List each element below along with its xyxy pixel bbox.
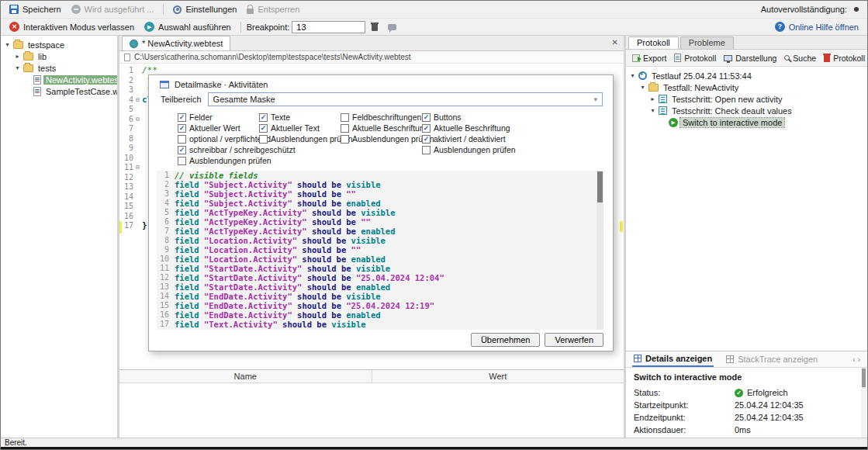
column-header-wert[interactable]: Wert [372, 370, 624, 382]
tab-title: * NewActivity.webtest [142, 39, 223, 48]
tree-item[interactable]: ▾Testlauf 25.04.24 11:53:44 [626, 70, 867, 81]
checkbox-item[interactable]: ✓Texte [259, 112, 341, 122]
checkbox-item[interactable]: Ausblendungen prüfen [178, 156, 259, 165]
tree-item[interactable]: ▾Testschritt: Check deault values [626, 105, 867, 116]
tree-item-label: Testschritt: Check deault values [669, 106, 794, 116]
tree-expander-icon[interactable]: ▸ [14, 53, 21, 60]
tree-expander-icon[interactable]: ▾ [639, 84, 646, 91]
folder-icon [23, 53, 33, 61]
checkbox[interactable]: ✓ [178, 124, 186, 133]
fold-marker-icon[interactable]: ⊟ [133, 163, 142, 173]
panel-nav-arrows[interactable]: ‹› [852, 355, 863, 364]
checkbox-item[interactable]: Ausblendungen prüfen [259, 134, 341, 144]
checkbox[interactable] [178, 135, 186, 144]
window-bottom-edge [1, 447, 867, 449]
tree-item[interactable]: ▸lib [1, 50, 117, 62]
section-select[interactable]: Gesamte Maske ▾ [208, 92, 603, 106]
details-scrollbar[interactable] [861, 368, 866, 438]
lock-icon [247, 9, 254, 14]
tree-item[interactable]: ▶Switch to interactive mode [626, 116, 867, 128]
checkbox[interactable]: ✓ [422, 135, 431, 144]
code-editor[interactable]: 1/**2 *3 *4⊟cl56⊟7891011⊟121314151617} D… [119, 64, 624, 369]
tree-item[interactable]: SampleTestCase.webtest [1, 85, 117, 97]
log-toolbar-clear-button[interactable]: Protokoll leeren [821, 52, 868, 64]
checkbox-item[interactable]: optional / verpflichtend [178, 134, 259, 144]
checkbox[interactable] [341, 113, 349, 122]
tab-protokoll[interactable]: Protokoll [628, 36, 679, 49]
tree-item[interactable]: ▾Testfall: NewActivity [626, 81, 867, 93]
online-help-button[interactable]: ? Online Hilfe öffnen [771, 20, 863, 33]
tree-item[interactable]: ▾tests [1, 62, 117, 74]
play-icon: ▶ [669, 118, 678, 127]
column-header-name[interactable]: Name [119, 370, 372, 382]
checkbox[interactable] [259, 135, 268, 144]
checkbox-item[interactable]: ✓schreibbar / schreibgeschützt [178, 145, 259, 154]
checkbox-item[interactable]: ✓Aktuelle Beschriftung [422, 123, 607, 133]
fold-marker-icon[interactable]: ⊟ [133, 115, 142, 125]
tree-item[interactable]: NewActivity.webtest [1, 74, 117, 85]
log-toolbar-view-button[interactable]: Darstellung [721, 52, 780, 64]
checkbox[interactable] [341, 124, 349, 133]
close-icon[interactable]: ✕ [612, 38, 618, 47]
checkbox-item[interactable]: ✓Buttons [422, 112, 607, 122]
tree-expander-icon[interactable]: ▸ [649, 95, 656, 102]
preview-line: 7field "ActTypeKey.Activity" should be e… [157, 227, 603, 236]
detail-value: 25.04.24 12:04:35 [735, 413, 804, 422]
delete-breakpoint-button[interactable] [368, 21, 382, 33]
preview-scrollbar[interactable] [597, 171, 603, 330]
checkbox-item[interactable]: Feldbeschriftungen [341, 112, 422, 122]
checkbox[interactable] [341, 135, 349, 144]
run-selection-button[interactable]: ▶ Auswahl ausführen [140, 20, 235, 33]
checkbox[interactable] [422, 146, 431, 154]
tree-item[interactable]: ▾testspace [1, 39, 117, 50]
tab-stacktrace[interactable]: StackTrace anzeigen [724, 351, 819, 367]
log-toolbar-label: Darstellung [735, 54, 776, 63]
preview-code-text: field "Subject.Activity" should be "" [175, 189, 356, 199]
breakpoint-input[interactable] [292, 21, 365, 33]
help-icon: ? [775, 22, 785, 32]
next-icon[interactable]: › [858, 355, 863, 364]
autocomplete-toggle[interactable]: Autovervollständigung: [757, 3, 863, 16]
tab-details[interactable]: Details anzeigen [632, 351, 714, 367]
settings-button[interactable]: Einstellungen [169, 3, 240, 16]
checkbox[interactable]: ✓ [178, 113, 186, 122]
preview-scrollbar-thumb[interactable] [597, 171, 603, 202]
checkbox-item[interactable]: ✓aktiviert / deaktiviert [422, 134, 607, 144]
checkbox[interactable]: ✓ [259, 124, 268, 133]
checkbox-item[interactable]: Ausblendungen prüfen [341, 134, 422, 144]
tab-probleme[interactable]: Probleme [680, 36, 734, 49]
checkbox-item[interactable]: ✓Aktueller Text [259, 123, 341, 133]
leave-interactive-mode-button[interactable]: ✕ Interaktiven Modus verlassen [5, 20, 138, 33]
tab-newactivity-webtest[interactable]: * NewActivity.webtest [122, 36, 230, 50]
checkbox[interactable]: ✓ [422, 124, 431, 133]
log-toolbar-log-button[interactable]: Protokoll [671, 52, 719, 64]
details-tabbar: Details anzeigen StackTrace anzeigen ‹› [626, 351, 867, 368]
tree-expander-icon[interactable]: ▾ [4, 41, 11, 48]
checkbox[interactable]: ✓ [178, 146, 186, 154]
save-button[interactable]: Speichern [5, 3, 65, 16]
preview-line: 3field "Subject.Activity" should be "" [157, 189, 603, 199]
file-path-bar: C:\Users\catherina.schomann\Desktop\temp… [119, 51, 624, 64]
checkbox-item[interactable]: ✓Aktueller Wert [178, 123, 259, 133]
checkbox-item[interactable]: Aktuelle Beschriftung [341, 123, 422, 133]
fold-marker-icon[interactable]: ⊟ [133, 95, 142, 106]
checkbox[interactable]: ✓ [259, 113, 268, 122]
tree-expander-icon[interactable]: ▾ [629, 72, 636, 79]
checkbox[interactable]: ✓ [422, 113, 431, 122]
tree-expander-icon[interactable]: ▾ [14, 64, 21, 71]
folder-icon [13, 41, 23, 49]
stacktrace-tab-label: StackTrace anzeigen [738, 355, 818, 364]
tree-item[interactable]: ▸Testschritt: Open new activity [626, 93, 867, 105]
details-scrollbar-thumb[interactable] [862, 369, 866, 387]
checkbox[interactable] [178, 157, 186, 165]
comment-button[interactable] [384, 22, 400, 32]
apply-button[interactable]: Übernehmen [471, 333, 541, 347]
preview-code-text: field "Text.Activity" should be "" [175, 329, 341, 330]
checkbox-item[interactable]: ✓Felder [178, 112, 259, 122]
log-toolbar-search-button[interactable]: Suche [781, 52, 819, 64]
tree-expander-icon[interactable]: ▾ [649, 107, 656, 114]
discard-button[interactable]: Verwerfen [545, 333, 603, 347]
details-panel: Switch to interactive mode Status:✓Erfol… [626, 368, 867, 438]
checkbox-item[interactable]: Ausblendungen prüfen [422, 145, 607, 154]
log-toolbar-export-button[interactable]: Export [629, 52, 669, 64]
